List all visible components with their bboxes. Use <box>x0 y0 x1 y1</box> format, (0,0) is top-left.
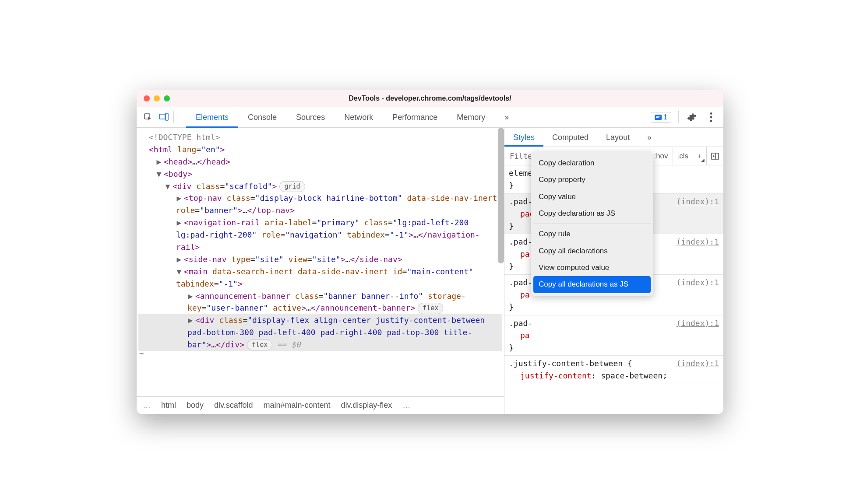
context-menu-item[interactable]: Copy property <box>533 172 651 188</box>
tab-console[interactable]: Console <box>238 107 286 128</box>
tab-layout[interactable]: Layout <box>597 128 638 147</box>
styles-rules-list[interactable]: element.style {}.pad-left-400 {(index):1… <box>504 165 723 414</box>
device-toggle-icon[interactable] <box>158 111 170 123</box>
svg-rect-9 <box>712 153 719 159</box>
layout-chip-flex[interactable]: flex <box>247 340 272 350</box>
rule-source-link[interactable]: (index):1 <box>676 317 719 329</box>
crumb-html[interactable]: html <box>161 401 176 410</box>
dom-node-navrail[interactable]: ▶<navigation-rail aria-label="primary" c… <box>138 217 502 253</box>
tab-styles-more-icon[interactable]: » <box>638 128 660 147</box>
tab-more-icon[interactable]: » <box>495 107 518 128</box>
zoom-window-icon[interactable] <box>164 95 170 102</box>
css-rule[interactable]: .justify-content-between {(index):1justi… <box>504 356 723 384</box>
scrollbar[interactable] <box>498 128 504 263</box>
context-menu-item[interactable]: Copy all declarations as JS <box>533 276 651 293</box>
layout-chip-grid[interactable]: grid <box>279 181 305 192</box>
crumb-scaffold[interactable]: div.scaffold <box>214 401 253 410</box>
titlebar: DevTools - developer.chrome.com/tags/dev… <box>137 90 723 107</box>
svg-rect-1 <box>159 114 165 119</box>
computed-sidebar-icon[interactable] <box>706 147 723 165</box>
issues-count: 1 <box>663 113 667 121</box>
crumb-display-flex[interactable]: div.display-flex <box>341 401 392 410</box>
tab-computed[interactable]: Computed <box>543 128 597 147</box>
context-menu-item[interactable]: Copy all declarations <box>533 243 651 259</box>
inspect-icon[interactable] <box>142 111 154 123</box>
new-rule-icon[interactable]: +◢ <box>693 147 706 165</box>
crumb-main[interactable]: main#main-content <box>263 401 330 410</box>
rule-source-link[interactable]: (index):1 <box>676 196 719 208</box>
tab-styles[interactable]: Styles <box>504 128 543 147</box>
elements-panel: <!DOCTYPE html> <html lang="en"> ▶<head>… <box>137 128 504 414</box>
svg-rect-2 <box>166 113 168 120</box>
devtools-window: DevTools - developer.chrome.com/tags/dev… <box>137 90 723 414</box>
context-menu-item[interactable]: Copy rule <box>533 226 651 242</box>
context-menu: Copy declarationCopy propertyCopy valueC… <box>531 165 653 296</box>
rule-source-link[interactable]: (index):1 <box>676 357 719 370</box>
close-window-icon[interactable] <box>144 95 150 102</box>
svg-rect-5 <box>656 117 659 118</box>
styles-panel: Styles Computed Layout » :hov .cls +◢ el… <box>504 128 723 414</box>
cls-toggle[interactable]: .cls <box>673 147 693 165</box>
issues-badge[interactable]: 1 <box>651 112 671 122</box>
minimize-window-icon[interactable] <box>154 95 160 102</box>
svg-point-6 <box>710 112 712 115</box>
svg-rect-4 <box>656 116 660 117</box>
selected-marker: == $0 <box>277 340 300 349</box>
dom-node-announcement[interactable]: ▶<announcement-banner class="banner bann… <box>138 290 502 315</box>
dom-node-sidenav[interactable]: ▶<side-nav type="site" view="site">…</si… <box>138 253 502 266</box>
breadcrumb: … html body div.scaffold main#main-conte… <box>137 396 504 414</box>
main-toolbar: Elements Console Sources Network Perform… <box>137 107 723 128</box>
doctype: <!DOCTYPE html> <box>149 133 220 142</box>
svg-point-8 <box>710 120 712 122</box>
divider <box>678 111 679 123</box>
dom-tree[interactable]: <!DOCTYPE html> <html lang="en"> ▶<head>… <box>137 128 504 396</box>
crumb-overflow-left-icon[interactable]: … <box>143 401 151 410</box>
crumb-overflow-right-icon[interactable]: … <box>402 401 410 410</box>
traffic-lights[interactable] <box>144 95 170 102</box>
divider <box>173 111 174 123</box>
dom-node-topnav[interactable]: ▶<top-nav class="display-block hairline-… <box>138 192 502 217</box>
rule-source-link[interactable]: (index):1 <box>676 236 719 248</box>
dom-node-main[interactable]: ▼<main data-search-inert data-side-nav-i… <box>138 266 502 290</box>
settings-gear-icon[interactable] <box>686 111 698 123</box>
toolbar-right: 1 <box>651 111 717 123</box>
tab-memory[interactable]: Memory <box>447 107 495 128</box>
css-rule[interactable]: .pad-(index):1pa} <box>504 315 723 356</box>
rule-source-link[interactable]: (index):1 <box>676 276 719 289</box>
tab-sources[interactable]: Sources <box>286 107 335 128</box>
tab-network[interactable]: Network <box>335 107 383 128</box>
context-menu-item[interactable]: Copy declaration as JS <box>533 205 651 222</box>
tab-elements[interactable]: Elements <box>186 107 238 128</box>
window-title: DevTools - developer.chrome.com/tags/dev… <box>137 94 723 102</box>
layout-chip-flex[interactable]: flex <box>418 303 443 314</box>
dom-node-selected[interactable]: ▶<div class="display-flex align-center j… <box>138 314 502 351</box>
svg-point-7 <box>710 116 712 118</box>
panel-tabs: Elements Console Sources Network Perform… <box>186 107 647 128</box>
context-menu-item[interactable]: View computed value <box>533 259 651 276</box>
context-menu-item[interactable]: Copy declaration <box>533 165 651 172</box>
context-menu-item[interactable]: Copy value <box>533 189 651 205</box>
styles-tabs: Styles Computed Layout » <box>504 128 723 147</box>
kebab-menu-icon[interactable] <box>705 111 717 123</box>
crumb-body[interactable]: body <box>187 401 204 410</box>
tab-performance[interactable]: Performance <box>383 107 447 128</box>
content-split: <!DOCTYPE html> <html lang="en"> ▶<head>… <box>137 128 723 414</box>
gutter-dots-icon[interactable]: ⋯ <box>139 349 144 358</box>
